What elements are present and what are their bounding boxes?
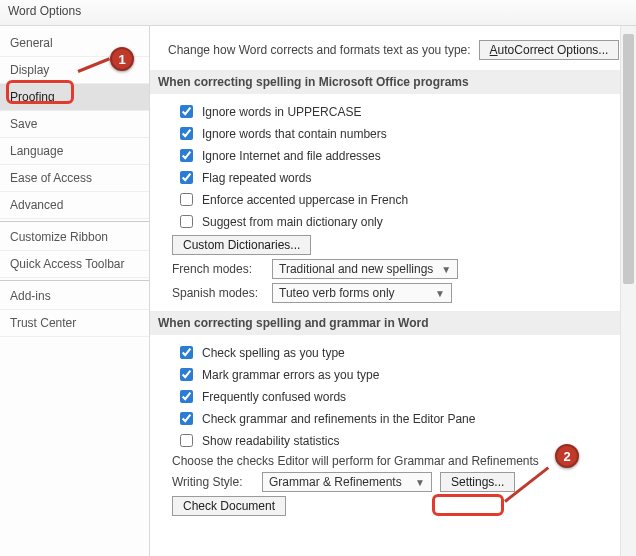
check-flag-repeated[interactable]: Flag repeated words xyxy=(172,168,624,187)
vertical-scrollbar[interactable] xyxy=(620,26,636,556)
sidebar-item-add-ins[interactable]: Add-ins xyxy=(0,283,149,310)
writing-style-label: Writing Style: xyxy=(172,475,254,489)
intro-text: Change how Word corrects and formats tex… xyxy=(168,43,471,57)
french-modes-label: French modes: xyxy=(172,262,264,276)
chevron-down-icon: ▼ xyxy=(435,288,445,299)
settings-button[interactable]: Settings... xyxy=(440,472,515,492)
sidebar: General Display Proofing Save Language E… xyxy=(0,26,150,556)
scroll-thumb[interactable] xyxy=(623,34,634,284)
chevron-down-icon: ▼ xyxy=(441,264,451,275)
check-mark-grammar-errors[interactable]: Mark grammar errors as you type xyxy=(172,365,624,384)
sidebar-item-trust-center[interactable]: Trust Center xyxy=(0,310,149,337)
sidebar-item-ease-of-access[interactable]: Ease of Access xyxy=(0,165,149,192)
sidebar-item-advanced[interactable]: Advanced xyxy=(0,192,149,219)
writing-style-select[interactable]: Grammar & Refinements ▼ xyxy=(262,472,432,492)
chevron-down-icon: ▼ xyxy=(415,477,425,488)
spanish-modes-label: Spanish modes: xyxy=(172,286,264,300)
check-accented-french[interactable]: Enforce accented uppercase in French xyxy=(172,190,624,209)
check-ignore-numbers[interactable]: Ignore words that contain numbers xyxy=(172,124,624,143)
content-panel: Change how Word corrects and formats tex… xyxy=(150,26,636,556)
check-frequently-confused[interactable]: Frequently confused words xyxy=(172,387,624,406)
autocorrect-options-button[interactable]: AAutoCorrect Options...utoCorrect Option… xyxy=(479,40,620,60)
sidebar-item-language[interactable]: Language xyxy=(0,138,149,165)
sidebar-item-customize-ribbon[interactable]: Customize Ribbon xyxy=(0,224,149,251)
spanish-modes-select[interactable]: Tuteo verb forms only ▼ xyxy=(272,283,452,303)
check-grammar-refinements-pane[interactable]: Check grammar and refinements in the Edi… xyxy=(172,409,624,428)
section-heading-office: When correcting spelling in Microsoft Of… xyxy=(150,70,636,94)
custom-dictionaries-button[interactable]: Custom Dictionaries... xyxy=(172,235,311,255)
sidebar-item-quick-access-toolbar[interactable]: Quick Access Toolbar xyxy=(0,251,149,278)
check-ignore-internet[interactable]: Ignore Internet and file addresses xyxy=(172,146,624,165)
sidebar-item-display[interactable]: Display xyxy=(0,57,149,84)
section-heading-word: When correcting spelling and grammar in … xyxy=(150,311,636,335)
sidebar-item-save[interactable]: Save xyxy=(0,111,149,138)
sidebar-item-general[interactable]: General xyxy=(0,30,149,57)
check-main-dictionary[interactable]: Suggest from main dictionary only xyxy=(172,212,624,231)
check-ignore-uppercase[interactable]: Ignore words in UPPERCASE xyxy=(172,102,624,121)
choose-checks-text: Choose the checks Editor will perform fo… xyxy=(172,454,624,468)
check-readability-stats[interactable]: Show readability statistics xyxy=(172,431,624,450)
check-document-button[interactable]: Check Document xyxy=(172,496,286,516)
french-modes-select[interactable]: Traditional and new spellings ▼ xyxy=(272,259,458,279)
sidebar-item-proofing[interactable]: Proofing xyxy=(0,84,149,111)
check-spelling-as-you-type[interactable]: Check spelling as you type xyxy=(172,343,624,362)
window-title: Word Options xyxy=(0,0,636,26)
